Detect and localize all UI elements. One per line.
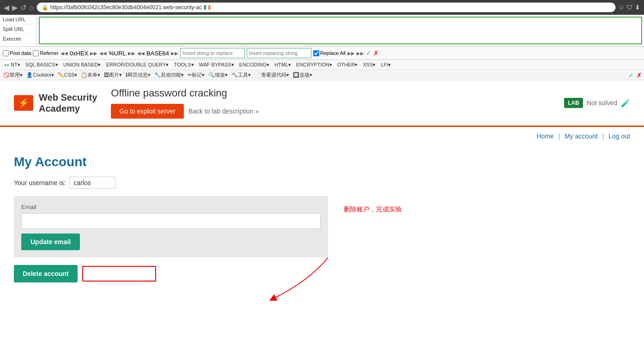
arrow-left-url: ◀◀: [99, 51, 107, 56]
delete-account-input[interactable]: [82, 266, 156, 282]
menu-waf-bypass[interactable]: WAF BYPASS▾: [197, 61, 237, 69]
referrer-checkbox[interactable]: [33, 50, 39, 56]
hackbar-side-panel: Load URL Split URL Execute: [0, 15, 37, 46]
hackbar-url-input[interactable]: [39, 17, 642, 44]
hackbar-top: Load URL Split URL Execute: [0, 15, 644, 47]
email-input[interactable]: [21, 213, 321, 229]
split-url-button[interactable]: Split URL: [0, 24, 36, 34]
ext-source[interactable]: 📄查看源代码▾: [253, 71, 291, 79]
insert-replace-input[interactable]: [180, 48, 245, 58]
percent-url-label: %URL: [109, 50, 126, 57]
menu-lfi[interactable]: LFI▾: [378, 61, 393, 69]
download-icon[interactable]: ⬇: [635, 4, 640, 11]
menu-error-double[interactable]: ERROR/DOUBLE QUERY▾: [103, 61, 171, 69]
address-bar[interactable]: 🔒 https://0afb00fc042c35ec80e30db4004e00…: [36, 2, 616, 12]
menu-union-based[interactable]: UNION BASED▾: [61, 61, 103, 69]
flask-icon[interactable]: 🧪: [621, 99, 630, 108]
menu-tools[interactable]: TOOLS▾: [171, 61, 196, 69]
lock-icon: 🔒: [42, 4, 49, 11]
shield-icon[interactable]: 🛡: [626, 4, 633, 11]
email-label: Email: [21, 204, 321, 210]
ext-form[interactable]: 📋表单▾: [79, 71, 102, 79]
reload-button[interactable]: ↺: [20, 3, 26, 12]
page-content: ⚡ Web Security Academy Offline password …: [0, 80, 644, 354]
status-x-icon: ✗: [373, 49, 379, 57]
ext-zoom[interactable]: 🔍缩放▾: [207, 71, 229, 79]
arrow-right-b64: ▶▶: [171, 51, 178, 56]
post-data-check[interactable]: Post data: [3, 50, 31, 56]
logo-text: Web Security Academy: [39, 92, 97, 114]
referrer-check[interactable]: Referrer: [33, 50, 58, 56]
home-button[interactable]: ⌂: [29, 3, 34, 12]
arrow-right-hex: ▶▶: [90, 51, 97, 56]
account-section: My Account Your username is: carlos Emai…: [0, 145, 644, 292]
hackbar-controls: Post data Referrer ◀◀ 0xHEX ▶▶ ◀◀ %URL ▶…: [0, 47, 644, 60]
replace-arrow2: ▶▶: [357, 51, 364, 56]
lab-title-area: Offline password cracking Go to exploit …: [97, 87, 564, 119]
menu-encoding[interactable]: ENCODING▾: [237, 61, 272, 69]
annotation-text: 删除账户，完成实验: [344, 205, 402, 214]
delete-account-button[interactable]: Delete account: [14, 265, 78, 282]
nav-sep-2: |: [602, 132, 606, 140]
update-email-button[interactable]: Update email: [21, 234, 80, 250]
lab-header: ⚡ Web Security Academy Offline password …: [0, 80, 644, 127]
back-button[interactable]: ◀: [4, 3, 9, 12]
ext-disable[interactable]: 🚫禁用▾: [2, 71, 24, 79]
logo-mark: ⚡: [14, 95, 33, 111]
extension-bar-2: 🚫禁用▾ 👤Cookies▾ ✏️CSS▾ 📋表单▾ 🖼图片▾ ℹ网页信息▾ 🔧…: [0, 70, 644, 80]
oxhex-label: 0xHEX: [70, 50, 88, 57]
execute-button[interactable]: Execute: [0, 34, 36, 44]
nav-sep-1: |: [559, 132, 562, 140]
email-form: Email Update email 删除账户，完成实验: [14, 196, 328, 258]
browser-toolbar-icons: ☆ 🛡 ⬇: [619, 4, 640, 11]
ext-mark[interactable]: ✏标记▾: [186, 71, 206, 79]
post-data-checkbox[interactable]: [3, 50, 9, 56]
menu-encryption[interactable]: ENCRYPTION▾: [294, 61, 334, 69]
nav-home[interactable]: Home: [536, 132, 553, 140]
username-value: carlos: [69, 177, 115, 189]
nav-my-account[interactable]: My account: [565, 132, 598, 140]
url-text: https://0afb00fc042c35ec80e30db4004e0021…: [50, 4, 202, 11]
load-url-button[interactable]: Load URL: [0, 15, 36, 24]
ext-other[interactable]: 🔧其他功能▾: [153, 71, 185, 79]
ext-tools[interactable]: 🔨工具▾: [230, 71, 252, 79]
username-label: Your username is:: [14, 179, 66, 186]
ext-cookies[interactable]: 👤Cookies▾: [25, 72, 55, 78]
ext-x-icon: ✗: [637, 72, 642, 79]
nav-log-out[interactable]: Log out: [608, 132, 630, 140]
base64-label: BASE64: [146, 50, 169, 57]
hackbar: Load URL Split URL Execute Post data Ref…: [0, 15, 644, 60]
lab-actions: Go to exploit server Back to lab descrip…: [111, 104, 564, 119]
ext-options[interactable]: 🔲选项▾: [292, 71, 314, 79]
back-to-lab-link[interactable]: Back to lab description »: [188, 108, 259, 115]
menu-other[interactable]: OTHER▾: [335, 61, 360, 69]
lab-logo: ⚡ Web Security Academy: [14, 92, 97, 114]
ext-info[interactable]: ℹ网页信息▾: [124, 71, 152, 79]
ext-image[interactable]: 🖼图片▾: [103, 71, 123, 79]
flag-icon: 🇮🇪: [204, 4, 211, 11]
account-title: My Account: [14, 155, 630, 169]
menu-html[interactable]: HTML▾: [272, 61, 293, 69]
star-icon[interactable]: ☆: [619, 4, 625, 11]
arrow-left-b64: ◀◀: [137, 51, 145, 56]
lab-not-solved: Not solved: [587, 99, 617, 107]
menu-xss[interactable]: XSS▾: [360, 61, 378, 69]
menu-sql-basics[interactable]: SQL BASICS▾: [23, 61, 61, 69]
replace-all-checkbox[interactable]: [313, 50, 319, 56]
replace-arrow: ▶▶: [347, 51, 355, 56]
ext-check-icon: ✓: [628, 72, 634, 79]
page-nav: Home | My account | Log out: [0, 127, 644, 145]
sql-menubar: ●● NT▾ SQL BASICS▾ UNION BASED▾ ERROR/DO…: [0, 60, 644, 70]
status-check-icon: ✓: [366, 49, 371, 57]
green-dots-icon: ●●: [4, 63, 9, 67]
forward-button[interactable]: ▶: [12, 3, 18, 12]
ext-css[interactable]: ✏️CSS▾: [56, 72, 79, 78]
replace-all-check[interactable]: Replace All: [313, 50, 346, 56]
delete-row: Delete account: [14, 265, 630, 282]
exploit-server-button[interactable]: Go to exploit server: [111, 104, 183, 119]
insert-replacing-input[interactable]: [247, 48, 311, 58]
lab-badge: LAB: [564, 98, 583, 108]
lab-status: LAB Not solved 🧪: [564, 98, 630, 108]
username-row: Your username is: carlos: [14, 177, 630, 189]
menu-nt[interactable]: ●● NT▾: [2, 61, 23, 69]
